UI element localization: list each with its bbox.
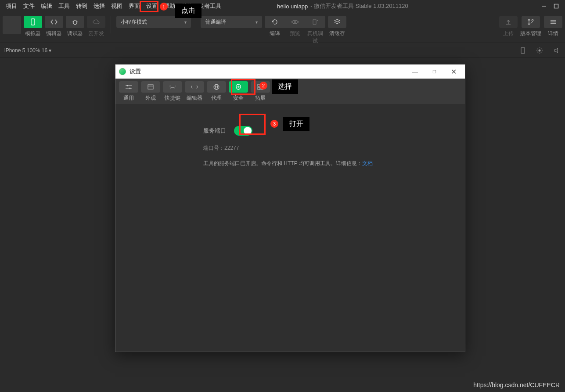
refresh-icon bbox=[271, 18, 278, 25]
menu-project[interactable]: 项目 bbox=[3, 0, 20, 12]
watermark: https://blog.csdn.net/CUFEECR bbox=[473, 381, 560, 388]
svg-rect-7 bbox=[313, 19, 316, 25]
menu-select[interactable]: 选择 bbox=[90, 0, 108, 12]
compile-select[interactable]: 普通编译 ▾ bbox=[201, 16, 262, 28]
tab-general[interactable]: 通用 bbox=[119, 81, 138, 102]
menu-help[interactable]: 帮助 bbox=[161, 0, 178, 12]
cache-label: 清缓存 bbox=[329, 30, 345, 37]
dialog-app-icon bbox=[119, 68, 126, 75]
menu-view[interactable]: 视图 bbox=[108, 0, 126, 12]
svg-point-20 bbox=[127, 85, 128, 86]
svg-rect-30 bbox=[261, 84, 263, 86]
device-selector[interactable]: iPhone 5 100% 16 ▾ bbox=[4, 47, 51, 54]
svg-point-10 bbox=[528, 23, 530, 25]
app-subtitle: - 微信开发者工具 Stable 1.03.2011120 bbox=[310, 2, 408, 10]
details-button[interactable]: 详情 bbox=[544, 16, 562, 37]
svg-point-3 bbox=[73, 20, 77, 25]
mode-select-label: 小程序模式 bbox=[121, 18, 147, 26]
svg-rect-29 bbox=[258, 84, 260, 86]
tab-proxy[interactable]: 代理 bbox=[207, 81, 226, 102]
sliders-icon bbox=[125, 84, 132, 90]
tab-appearance[interactable]: 外观 bbox=[141, 81, 160, 102]
window-maximize-icon[interactable] bbox=[550, 1, 562, 11]
tab-editor[interactable]: 编辑器 bbox=[185, 81, 204, 102]
doc-link[interactable]: 文档 bbox=[362, 160, 373, 166]
dialog-title: 设置 bbox=[130, 68, 141, 76]
tab-shortcut[interactable]: 快捷键 bbox=[163, 81, 182, 102]
dialog-tabs: 通用 外观 快捷键 编辑器 代理 安全 拓展 bbox=[115, 79, 465, 104]
compile-button[interactable] bbox=[265, 16, 285, 28]
port-number: 端口号：22277 bbox=[203, 144, 447, 152]
tab-security-label: 安全 bbox=[233, 94, 244, 102]
menubar: 项目 文件 编辑 工具 转到 选择 视图 界面 设置 帮助 微信开发者工具 he… bbox=[0, 0, 565, 12]
tab-extension[interactable]: 拓展 bbox=[251, 81, 270, 102]
dialog-close-icon[interactable]: ✕ bbox=[446, 68, 461, 76]
editor-label: 编辑器 bbox=[46, 30, 62, 37]
svg-rect-31 bbox=[258, 87, 260, 90]
menu-devtools[interactable]: 微信开发者工具 bbox=[178, 0, 224, 12]
toolbar: 模拟器 编辑器 调试器 云开发 小程序模式 ▾ 普通编译 ▾ 编译 预 bbox=[0, 12, 565, 43]
compile-label: 编译 bbox=[265, 30, 285, 45]
dialog-minimize-icon[interactable]: — bbox=[407, 68, 423, 75]
app-title: hello uniapp bbox=[277, 3, 308, 10]
dialog-body: 服务端口 端口号：22277 工具的服务端口已开启。命令行和 HTTP 均可调用… bbox=[115, 104, 465, 352]
command-icon bbox=[169, 84, 176, 90]
svg-point-8 bbox=[317, 20, 318, 21]
upload-button[interactable]: 上传 bbox=[499, 16, 518, 37]
braces-icon bbox=[191, 84, 198, 90]
compile-group: 编译 预览 真机调试 bbox=[265, 16, 325, 45]
simulator-button[interactable]: 模拟器 bbox=[24, 16, 42, 37]
chevron-down-icon: ▾ bbox=[256, 20, 258, 25]
version-label: 版本管理 bbox=[520, 30, 541, 37]
device-bar: iPhone 5 100% 16 ▾ bbox=[0, 43, 565, 58]
menu-file[interactable]: 文件 bbox=[20, 0, 38, 12]
details-label: 详情 bbox=[548, 30, 558, 37]
layout-icon bbox=[148, 84, 154, 90]
svg-point-6 bbox=[294, 21, 296, 23]
port-toggle[interactable] bbox=[234, 126, 252, 136]
menu-edit[interactable]: 编辑 bbox=[38, 0, 55, 12]
debugger-button[interactable]: 调试器 bbox=[66, 16, 84, 37]
svg-point-21 bbox=[130, 87, 131, 89]
code-icon bbox=[50, 19, 58, 25]
clear-cache-button[interactable]: 清缓存 bbox=[328, 16, 346, 37]
settings-dialog: 设置 — ☐ ✕ 通用 外观 快捷键 编辑器 代理 安全 bbox=[115, 64, 465, 352]
svg-rect-2 bbox=[31, 19, 35, 25]
menu-settings[interactable]: 设置 bbox=[143, 0, 161, 12]
dialog-titlebar[interactable]: 设置 — ☐ ✕ bbox=[115, 65, 465, 79]
mode-select[interactable]: 小程序模式 ▾ bbox=[116, 16, 191, 28]
menu-ui[interactable]: 界面 bbox=[126, 0, 143, 12]
device-sound-icon[interactable] bbox=[554, 47, 561, 54]
svg-rect-32 bbox=[261, 87, 263, 90]
menu-tool[interactable]: 工具 bbox=[55, 0, 73, 12]
cloud-button[interactable]: 云开发 bbox=[87, 16, 105, 37]
port-label: 服务端口 bbox=[203, 127, 226, 135]
tab-security[interactable]: 安全 bbox=[229, 81, 248, 102]
device-phone-icon[interactable] bbox=[520, 47, 525, 54]
simulator-label: 模拟器 bbox=[25, 30, 41, 37]
grid-icon bbox=[257, 84, 263, 90]
svg-point-17 bbox=[539, 49, 541, 51]
remote-debug-button[interactable] bbox=[305, 16, 325, 28]
port-description: 工具的服务端口已开启。命令行和 HTTP 均可调用工具。详细信息：文档 bbox=[203, 160, 447, 167]
phone-icon bbox=[29, 18, 36, 25]
debugger-label: 调试器 bbox=[67, 30, 83, 37]
upload-label: 上传 bbox=[503, 30, 514, 37]
tab-general-label: 通用 bbox=[123, 94, 134, 102]
bug-icon bbox=[72, 19, 79, 25]
preview-button[interactable] bbox=[285, 16, 305, 28]
editor-button[interactable]: 编辑器 bbox=[45, 16, 63, 37]
tab-shortcut-label: 快捷键 bbox=[165, 94, 180, 102]
remote-label: 真机调试 bbox=[305, 30, 325, 45]
preview-label: 预览 bbox=[285, 30, 305, 45]
compile-select-label: 普通编译 bbox=[205, 18, 226, 26]
device-record-icon[interactable] bbox=[536, 47, 543, 54]
branch-icon bbox=[527, 19, 534, 25]
upload-icon bbox=[505, 19, 511, 25]
version-button[interactable]: 版本管理 bbox=[520, 16, 541, 37]
window-minimize-icon[interactable] bbox=[538, 1, 550, 11]
menu-goto[interactable]: 转到 bbox=[73, 0, 90, 12]
dialog-maximize-icon[interactable]: ☐ bbox=[426, 69, 442, 74]
svg-point-9 bbox=[528, 19, 530, 21]
avatar-button[interactable] bbox=[3, 16, 21, 34]
